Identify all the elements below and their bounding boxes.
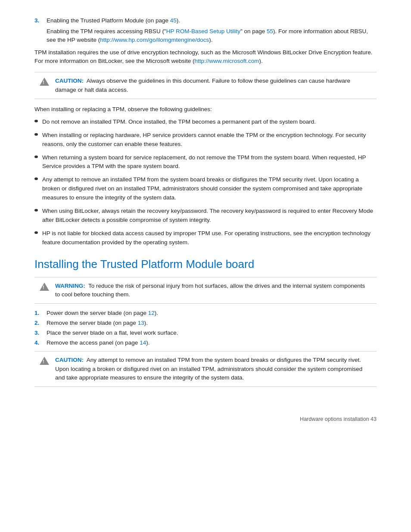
list-item: Do not remove an installed TPM. Once ins… (34, 118, 377, 127)
list-item-text: When installing or replacing hardware, H… (42, 131, 377, 149)
list-item-text: When using BitLocker, always retain the … (42, 207, 377, 225)
caution-label-2: CAUTION: (55, 357, 84, 363)
bullet-dot (34, 120, 38, 122)
rbsu-link[interactable]: HP ROM-Based Setup Utility (166, 28, 240, 34)
footer-text: Hardware options installation 43 (34, 416, 377, 422)
caution-text-1: CAUTION: Always observe the guidelines i… (55, 77, 371, 94)
install-step-4-num: 4. (34, 339, 47, 346)
bullet-dot (34, 209, 38, 212)
section-heading: Installing the Trusted Platform Module b… (34, 258, 377, 271)
install-step-3: 3. Place the server blade on a flat, lev… (34, 330, 377, 336)
install-step-2: 2. Remove the server blade (on page 13). (34, 320, 377, 326)
install-step-2-num: 2. (34, 320, 47, 326)
caution-icon-1 (40, 78, 49, 86)
caution-label-1: CAUTION: (55, 78, 84, 84)
page-13-link[interactable]: 13 (138, 320, 144, 326)
list-item: Any attempt to remove an installed TPM f… (34, 175, 377, 202)
list-item-text: Do not remove an installed TPM. Once ins… (42, 118, 316, 127)
bullet-dot (34, 177, 38, 180)
caution-icon-2 (40, 357, 49, 365)
list-item-text: When returning a system board for servic… (42, 153, 377, 171)
step-3-subpara: Enabling the TPM requires accessing RBSU… (47, 27, 377, 45)
bullet-dot (34, 231, 38, 234)
hp-ilom-link[interactable]: http://www.hp.com/go/ilomgmtengine/docs (100, 37, 209, 43)
page-14-link[interactable]: 14 (140, 339, 146, 346)
caution-box-2: CAUTION: Any attempt to remove an instal… (34, 351, 377, 387)
caution-box-1: CAUTION: Always observe the guidelines i… (34, 72, 377, 99)
install-step-4: 4. Remove the access panel (on page 14). (34, 339, 377, 346)
install-step-3-text: Place the server blade on a flat, level … (47, 330, 377, 336)
step-3-text: Enabling the Trusted Platform Module (on… (47, 17, 377, 24)
list-item: When using BitLocker, always retain the … (34, 207, 377, 225)
warning-text-content: WARNING: To reduce the risk of personal … (55, 282, 371, 299)
caution-text-2: CAUTION: Any attempt to remove an instal… (55, 356, 371, 382)
bullet-dot (34, 156, 38, 158)
warning-icon (40, 283, 49, 291)
content-area: 3. Enabling the Trusted Platform Module … (34, 17, 377, 422)
caution-body-1: Always observe the guidelines in this do… (55, 78, 350, 93)
list-item: When returning a system board for servic… (34, 153, 377, 171)
step-3-item: 3. Enabling the Trusted Platform Module … (34, 17, 377, 24)
warning-box: WARNING: To reduce the risk of personal … (34, 277, 377, 304)
guidelines-intro: When installing or replacing a TPM, obse… (34, 105, 377, 114)
footer: Hardware options installation 43 (34, 413, 377, 422)
install-step-2-text: Remove the server blade (on page 13). (47, 320, 377, 326)
guidelines-list: Do not remove an installed TPM. Once ins… (34, 118, 377, 247)
install-step-1: 1. Power down the server blade (on page … (34, 310, 377, 316)
page-45-link[interactable]: 45 (170, 17, 177, 24)
install-step-3-num: 3. (34, 330, 47, 336)
list-item-text: Any attempt to remove an installed TPM f… (42, 175, 377, 202)
list-item: HP is not liable for blocked data access… (34, 229, 377, 247)
install-step-1-num: 1. (34, 310, 47, 316)
page-12-link[interactable]: 12 (148, 310, 155, 316)
list-item: When installing or replacing hardware, H… (34, 131, 377, 149)
warning-body: To reduce the risk of personal injury fr… (55, 283, 365, 298)
bullet-dot (34, 133, 38, 136)
list-item-text: HP is not liable for blocked data access… (42, 229, 377, 247)
step-3-number: 3. (34, 17, 47, 24)
page-55-link[interactable]: 55 (267, 28, 273, 34)
caution-body-2: Any attempt to remove an installed TPM f… (55, 357, 362, 381)
install-step-4-text: Remove the access panel (on page 14). (47, 339, 377, 346)
warning-label: WARNING: (55, 283, 85, 289)
tpm-install-para: TPM installation requires the use of dri… (34, 48, 377, 66)
microsoft-link[interactable]: http://www.microsoft.com (194, 58, 259, 64)
install-step-1-text: Power down the server blade (on page 12)… (47, 310, 377, 316)
